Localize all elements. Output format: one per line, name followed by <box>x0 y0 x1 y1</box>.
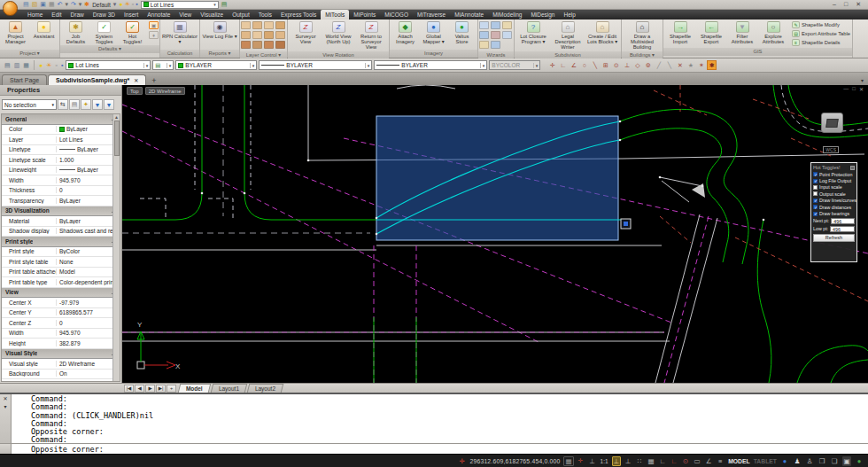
property-value[interactable]: 945.970 <box>57 177 120 183</box>
grid-image-icon[interactable]: ▦ <box>563 456 573 466</box>
clean-screen-icon[interactable]: ▣ <box>842 456 851 466</box>
snap-marker-icon[interactable]: ✛ <box>577 456 585 466</box>
combo-caret-icon[interactable]: ▾ <box>143 63 149 68</box>
property-row[interactable]: Thickness 0 <box>2 186 120 197</box>
layout-tab[interactable]: Layout2 <box>247 384 284 393</box>
property-row[interactable]: Width 945.970 <box>2 175 120 186</box>
image-toggle-icon[interactable]: ▣ <box>149 21 159 29</box>
snap-node-icon[interactable]: ⊙ <box>611 60 621 70</box>
property-value[interactable]: Model <box>57 269 120 275</box>
ribbon-button[interactable]: ? Lot Closure Program ▾ <box>516 20 550 44</box>
layer-plot-icon[interactable]: ▪ <box>136 0 137 9</box>
close-button[interactable]: ✕ <box>856 1 861 8</box>
tab-drawing[interactable]: SubdivisionSample.dwg* ✕ <box>48 74 146 85</box>
property-row[interactable]: 3D Visualization <box>2 206 120 217</box>
undo-icon[interactable]: ↶ <box>58 0 63 9</box>
menu-item[interactable]: Output <box>228 10 254 19</box>
property-value[interactable]: -97.979 <box>57 300 120 306</box>
layer-plot-icon[interactable]: ▪ <box>60 62 64 69</box>
combo-caret-icon[interactable]: ▾ <box>365 63 370 68</box>
save-icon[interactable]: ▣ <box>40 0 46 9</box>
angle-icon[interactable]: ∠ <box>704 456 713 466</box>
layer-combo-caret[interactable]: ▾ <box>213 2 216 7</box>
property-row[interactable]: Linetype ByLayer <box>2 145 120 156</box>
dynamic-input-icon[interactable]: ≡ <box>716 456 725 466</box>
layer-state-combo[interactable]: ▤ ▾ <box>152 60 174 70</box>
app-logo[interactable] <box>3 1 18 16</box>
layer-lock-icon[interactable]: ▫ <box>132 0 134 9</box>
property-row[interactable]: Width 945.970 <box>2 329 120 339</box>
property-value[interactable]: ByColor <box>57 248 120 254</box>
snap-intersection-icon[interactable]: ⊞ <box>601 60 610 70</box>
props-toggle-icon[interactable]: ▤ <box>4 62 12 69</box>
menu-item[interactable]: MiTraverse <box>413 10 450 19</box>
layer-control-icon[interactable] <box>264 21 274 29</box>
layer-control-icon[interactable] <box>275 41 285 49</box>
snap-angle-icon[interactable]: ∠ <box>569 60 578 70</box>
ribbon-button[interactable]: ◆ Attach Imagery <box>391 20 419 44</box>
refresh-button[interactable]: Refresh <box>813 234 855 242</box>
windows-icon[interactable]: ❐ <box>818 456 826 466</box>
tablet-toggle[interactable]: TABLET <box>754 458 777 464</box>
layer-control-icon[interactable] <box>264 41 274 49</box>
snap-extension-icon[interactable]: ╱ <box>654 60 663 70</box>
layer-control-icon[interactable] <box>252 41 262 49</box>
next-pt-field[interactable]: 496 <box>831 218 855 224</box>
sheetset-icon[interactable]: ▦ <box>22 62 30 69</box>
wizard-icon[interactable] <box>491 41 500 49</box>
ribbon-button[interactable]: ▼ Filter Attributes <box>727 20 757 44</box>
hot-toggle-row[interactable]: Point Protection <box>813 171 855 177</box>
model-space-toggle[interactable]: MODEL <box>728 458 750 464</box>
property-row[interactable]: Layer Lot Lines <box>2 135 120 145</box>
ribbon-button[interactable]: ● Valtus Store <box>448 20 476 44</box>
ribbon-group-title[interactable]: Calculation <box>160 50 199 58</box>
polar-icon[interactable]: ∟ <box>670 456 678 466</box>
property-value[interactable]: None <box>57 259 120 265</box>
quick-calc-icon[interactable]: ✦ <box>81 99 91 110</box>
menu-item[interactable]: Edit <box>47 10 66 19</box>
visual-style-chip[interactable]: 2D Wireframe <box>145 87 185 95</box>
close-command-icon[interactable]: ✕ <box>3 395 7 401</box>
wizard-icon[interactable] <box>479 31 489 39</box>
property-value[interactable]: 2D Wireframe <box>57 361 120 367</box>
annotation-scale-label[interactable]: 1:1 <box>600 456 609 466</box>
status-ready-icon[interactable]: ● <box>855 456 864 466</box>
tab-overflow-icon[interactable]: ▾ <box>861 77 868 85</box>
property-value[interactable]: Color-dependent print... <box>57 279 120 285</box>
quad-icon[interactable]: ● <box>780 456 789 466</box>
menu-item[interactable]: MiTools <box>321 10 349 19</box>
menu-item[interactable]: MiDesign <box>526 10 559 19</box>
ribbon-button[interactable]: ○ Explore Attributes <box>758 20 788 44</box>
viewport-minimize-icon[interactable]: — <box>843 86 849 92</box>
menu-item[interactable]: View <box>174 10 196 19</box>
ribbon-button[interactable]: ⌂ Legal Description Writer <box>551 20 585 51</box>
property-row[interactable]: General <box>2 114 120 125</box>
wizard-icon[interactable] <box>502 31 512 39</box>
menu-item[interactable]: Express Tools <box>276 10 321 19</box>
ribbon-button[interactable]: ● Global Mapper ▾ <box>420 20 447 44</box>
workspace-gear-icon[interactable]: ✱ <box>84 0 89 9</box>
property-value[interactable]: ByLayer <box>57 167 120 173</box>
layout-tab[interactable]: Layout1 <box>211 384 248 393</box>
ribbon-button[interactable]: ≡ Shapefile Details <box>792 39 850 46</box>
property-row[interactable]: Visual style 2D Wireframe <box>2 359 120 370</box>
property-value[interactable]: None <box>57 381 120 382</box>
ribbon-button[interactable]: Z Return to Surveyor View <box>355 20 387 51</box>
layer-control-icon[interactable] <box>252 31 262 39</box>
ribbon-button[interactable]: ▲ Project Manager <box>2 20 29 44</box>
layer-combo[interactable]: Lot Lines ▾ <box>66 60 151 70</box>
redo-dropdown-icon[interactable]: ▾ <box>79 0 82 9</box>
checkbox[interactable] <box>813 191 818 196</box>
property-row[interactable]: Center X -97.979 <box>2 298 120 308</box>
property-row[interactable]: Print style <box>2 237 120 247</box>
ribbon-button[interactable]: ✓ System Toggles <box>90 20 118 44</box>
auto-annotation-icon[interactable]: ⊥ <box>624 456 632 466</box>
property-row[interactable]: Height 382.879 <box>2 339 120 349</box>
property-row[interactable]: Print table type Color-dependent print..… <box>2 277 120 288</box>
property-value[interactable]: ByLayer <box>57 198 120 204</box>
view-direction-chip[interactable]: Top <box>127 87 143 95</box>
menu-item[interactable]: Insert <box>120 10 143 19</box>
property-value[interactable]: ByLayer <box>57 126 120 132</box>
toggle-pickadd-icon[interactable]: ⇆ <box>58 99 68 110</box>
ribbon-button[interactable]: ▤ Export Attribute Table <box>792 30 850 37</box>
